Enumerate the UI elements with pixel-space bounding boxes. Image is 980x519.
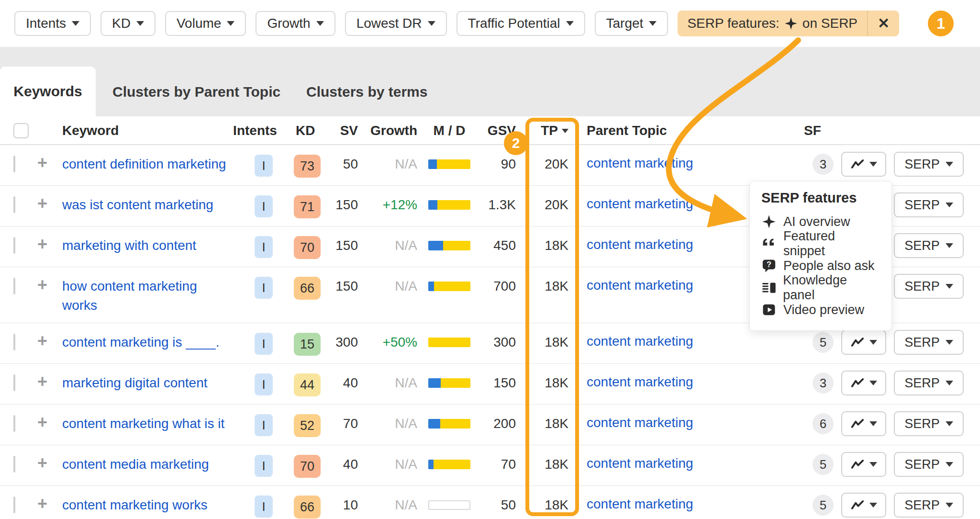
header-kd[interactable]: KD <box>283 123 321 138</box>
intent-badge[interactable]: I <box>255 455 273 477</box>
parent-topic-link[interactable]: content marketing <box>587 156 693 170</box>
keyword-link[interactable]: content marketing is ____. <box>62 335 219 350</box>
popup-item-video-preview[interactable]: Video preview <box>761 299 880 321</box>
filter-button-lowest-dr[interactable]: Lowest DR <box>345 11 447 36</box>
position-history-button[interactable] <box>841 411 886 436</box>
row-checkbox[interactable] <box>13 237 15 254</box>
serp-dropdown-button[interactable]: SERP <box>894 371 964 395</box>
serp-dropdown-button[interactable]: SERP <box>894 233 964 258</box>
header-keyword[interactable]: Keyword <box>59 123 227 138</box>
parent-topic-link[interactable]: content marketing <box>587 496 693 511</box>
add-keyword-icon[interactable]: + <box>34 277 59 293</box>
tab-clusters-by-parent-topic[interactable]: Clusters by Parent Topic <box>112 84 280 100</box>
sf-count-badge[interactable]: 3 <box>813 372 834 394</box>
search-volume-value: 50 <box>321 155 362 172</box>
serp-dropdown-button[interactable]: SERP <box>894 493 964 518</box>
serp-dropdown-button[interactable]: SERP <box>894 411 964 436</box>
row-checkbox[interactable] <box>13 334 15 350</box>
mobile-desktop-bar <box>428 241 470 250</box>
position-history-button[interactable] <box>841 152 886 177</box>
intent-badge[interactable]: I <box>255 373 273 395</box>
add-keyword-icon[interactable]: + <box>34 195 59 212</box>
kd-badge: 71 <box>294 195 321 218</box>
row-checkbox[interactable] <box>13 278 15 294</box>
header-sf[interactable]: SF <box>731 123 980 138</box>
keyword-link[interactable]: how content marketing works <box>62 279 197 313</box>
intent-badge[interactable]: I <box>255 236 273 258</box>
row-checkbox[interactable] <box>13 456 15 473</box>
serp-dropdown-button[interactable]: SERP <box>894 274 964 299</box>
keyword-link[interactable]: content marketing what is it <box>62 416 224 431</box>
keyword-link[interactable]: content media marketing <box>62 457 209 472</box>
intent-badge[interactable]: I <box>255 155 273 177</box>
select-all-checkbox[interactable] <box>13 123 29 138</box>
header-md[interactable]: M / D <box>421 123 478 138</box>
parent-topic-link[interactable]: content marketing <box>587 334 693 349</box>
header-tp-sorted[interactable]: TP <box>520 123 572 138</box>
filter-button-target[interactable]: Target <box>595 11 668 36</box>
keyword-link[interactable]: marketing digital content <box>62 375 208 390</box>
add-keyword-icon[interactable]: + <box>34 414 59 430</box>
keyword-link[interactable]: marketing with content <box>62 238 196 253</box>
search-volume-value: 150 <box>321 277 362 294</box>
sf-count-badge[interactable]: 6 <box>813 413 834 434</box>
filter-button-traffic-potential[interactable]: Traffic Potential <box>457 11 585 36</box>
filter-button-volume[interactable]: Volume <box>165 11 246 36</box>
serp-dropdown-button[interactable]: SERP <box>894 192 964 217</box>
tab-clusters-by-terms[interactable]: Clusters by terms <box>306 84 427 100</box>
serp-features-filter-chip[interactable]: SERP features: on SERP ✕ <box>678 11 899 36</box>
add-keyword-icon[interactable]: + <box>34 455 59 471</box>
position-history-button[interactable] <box>841 493 886 518</box>
parent-topic-link[interactable]: content marketing <box>587 196 693 211</box>
keyword-link[interactable]: content definition marketing <box>62 157 226 171</box>
row-checkbox[interactable] <box>13 415 15 432</box>
add-keyword-icon[interactable]: + <box>34 373 59 390</box>
add-keyword-icon[interactable]: + <box>34 236 59 252</box>
parent-topic-link[interactable]: content marketing <box>587 237 693 252</box>
serp-button-label: SERP <box>904 498 940 513</box>
header-parent-topic[interactable]: Parent Topic <box>572 123 731 138</box>
parent-topic-link[interactable]: content marketing <box>587 374 693 389</box>
popup-item-featured-snippet[interactable]: Featured snippet <box>761 233 880 255</box>
filter-button-growth[interactable]: Growth <box>256 11 335 36</box>
parent-topic-link[interactable]: content marketing <box>587 415 693 430</box>
sf-count-badge[interactable]: 5 <box>813 454 834 475</box>
filter-button-kd[interactable]: KD <box>100 11 156 36</box>
serp-features-chip-main[interactable]: SERP features: on SERP <box>678 16 867 31</box>
intent-badge[interactable]: I <box>255 414 273 436</box>
intent-badge[interactable]: I <box>255 333 273 355</box>
row-checkbox[interactable] <box>13 374 15 391</box>
parent-topic-link[interactable]: content marketing <box>587 278 693 293</box>
serp-dropdown-button[interactable]: SERP <box>894 330 964 355</box>
serp-dropdown-button[interactable]: SERP <box>894 452 964 477</box>
mobile-desktop-bar <box>428 200 470 210</box>
parent-topic-link[interactable]: content marketing <box>587 456 693 471</box>
keyword-link[interactable]: was ist content marketing <box>62 197 213 212</box>
serp-dropdown-button[interactable]: SERP <box>894 152 964 177</box>
sf-count-badge[interactable]: 5 <box>813 495 834 516</box>
popup-item-knowledge-panel[interactable]: Knowledge panel <box>761 277 880 299</box>
add-keyword-icon[interactable]: + <box>34 496 59 512</box>
position-history-button[interactable] <box>841 452 886 477</box>
tab-keywords[interactable]: Keywords <box>0 67 96 116</box>
row-checkbox[interactable] <box>13 156 15 172</box>
chevron-down-icon <box>869 421 877 426</box>
trend-chart-icon <box>850 459 865 470</box>
intent-badge[interactable]: I <box>255 277 273 299</box>
header-intents[interactable]: Intents <box>227 123 283 138</box>
intent-badge[interactable]: I <box>255 496 273 518</box>
add-keyword-icon[interactable]: + <box>34 155 59 171</box>
intent-badge[interactable]: I <box>255 195 273 217</box>
position-history-button[interactable] <box>841 330 886 355</box>
row-checkbox[interactable] <box>13 496 15 513</box>
sf-count-badge[interactable]: 3 <box>813 154 834 175</box>
row-checkbox[interactable] <box>13 196 15 213</box>
chip-close-icon[interactable]: ✕ <box>868 11 899 36</box>
header-growth[interactable]: Growth <box>362 123 421 138</box>
add-keyword-icon[interactable]: + <box>34 333 59 349</box>
keyword-link[interactable]: content marketing works <box>62 497 207 512</box>
filter-button-intents[interactable]: Intents <box>14 11 91 36</box>
position-history-button[interactable] <box>841 371 886 395</box>
header-sv[interactable]: SV <box>321 123 362 138</box>
sf-count-badge[interactable]: 5 <box>813 332 834 353</box>
